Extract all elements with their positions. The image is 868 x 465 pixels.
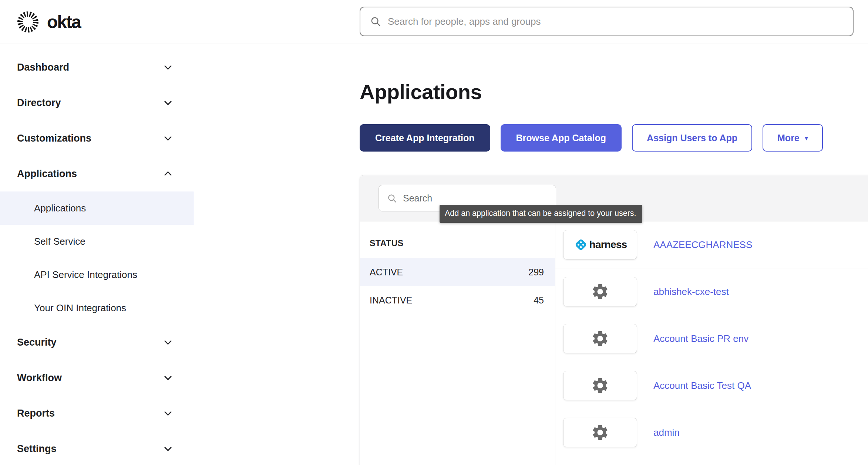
more-button-label: More xyxy=(777,133,800,143)
app-row: harness AAAZEECGHARNESS xyxy=(555,221,868,268)
search-icon xyxy=(387,193,397,203)
app-icon-box xyxy=(563,324,637,353)
status-label: ACTIVE xyxy=(370,267,403,278)
sidebar-item-label: Reports xyxy=(17,408,55,419)
app-row: abhishek-cxe-test xyxy=(555,268,868,315)
top-header: okta xyxy=(0,0,868,44)
panel-body: STATUS ACTIVE 299 INACTIVE 45 xyxy=(360,221,868,465)
sidebar-subitem-label: Your OIN Integrations xyxy=(34,302,126,314)
sidebar-item-security[interactable]: Security xyxy=(0,325,194,360)
status-filter: STATUS ACTIVE 299 INACTIVE 45 xyxy=(360,221,555,465)
applications-panel: STATUS ACTIVE 299 INACTIVE 45 xyxy=(360,175,868,465)
action-buttons: Create App Integration Browse App Catalo… xyxy=(360,124,868,152)
app-icon-box xyxy=(563,418,637,447)
app-icon-box xyxy=(563,277,637,306)
app-row: Account Basic PR env xyxy=(555,315,868,362)
harness-logo: harness xyxy=(573,237,627,252)
sidebar-subitem-your-oin-integrations[interactable]: Your OIN Integrations xyxy=(0,291,194,325)
chevron-down-icon xyxy=(163,133,173,143)
app-link[interactable]: admin xyxy=(653,427,680,438)
apps-list: harness AAAZEECGHARNESS abhish xyxy=(555,221,868,465)
status-label: INACTIVE xyxy=(370,295,412,306)
sidebar-subitem-label: API Service Integrations xyxy=(34,269,137,281)
assign-users-to-app-button[interactable]: Assign Users to App xyxy=(632,124,752,152)
app-link[interactable]: AAAZEECGHARNESS xyxy=(653,239,752,251)
chevron-up-icon xyxy=(163,169,173,179)
status-row-inactive[interactable]: INACTIVE 45 xyxy=(360,286,555,314)
sidebar-item-label: Applications xyxy=(17,168,77,180)
sidebar-item-directory[interactable]: Directory xyxy=(0,85,194,121)
status-count: 45 xyxy=(534,295,544,306)
gear-icon xyxy=(591,329,609,348)
sidebar-item-settings[interactable]: Settings xyxy=(0,431,194,465)
gear-icon xyxy=(591,423,609,442)
sidebar-subitem-api-service-integrations[interactable]: API Service Integrations xyxy=(0,258,194,291)
sidebar-item-label: Dashboard xyxy=(17,62,69,73)
chevron-down-icon xyxy=(163,373,173,383)
sidebar-subitem-label: Self Service xyxy=(34,236,85,247)
status-filter-header: STATUS xyxy=(370,238,555,248)
gear-icon xyxy=(591,282,609,301)
layout: Dashboard Directory Customizations Appli… xyxy=(0,44,868,465)
app-row: Account Basic Test QA xyxy=(555,362,868,409)
status-count: 299 xyxy=(528,267,544,278)
sidebar-item-workflow[interactable]: Workflow xyxy=(0,360,194,396)
app-link[interactable]: Account Basic PR env xyxy=(653,333,748,344)
okta-brand[interactable]: okta xyxy=(16,0,81,44)
gear-icon xyxy=(591,376,609,395)
harness-diamond-icon xyxy=(573,237,588,252)
chevron-down-icon xyxy=(163,408,173,418)
chevron-down-icon xyxy=(163,98,173,108)
caret-down-icon: ▾ xyxy=(805,134,808,142)
app-row-partial xyxy=(555,456,868,465)
sidebar-subitem-applications[interactable]: Applications xyxy=(0,191,194,225)
sidebar: Dashboard Directory Customizations Appli… xyxy=(0,44,194,465)
sidebar-item-applications[interactable]: Applications xyxy=(0,156,194,191)
sidebar-item-customizations[interactable]: Customizations xyxy=(0,121,194,156)
more-button[interactable]: More ▾ xyxy=(763,124,823,152)
app-link[interactable]: Account Basic Test QA xyxy=(653,380,751,391)
main-content: Applications Create App Integration Brow… xyxy=(194,44,868,465)
status-row-active[interactable]: ACTIVE 299 xyxy=(360,258,555,286)
app-row: admin xyxy=(555,409,868,456)
okta-admin-screen: okta Dashboard Directory Customizations xyxy=(0,0,868,465)
app-icon-box xyxy=(563,371,637,400)
okta-logo-icon xyxy=(16,10,40,34)
sidebar-subitem-label: Applications xyxy=(34,203,86,214)
global-search[interactable] xyxy=(360,7,854,36)
chevron-down-icon xyxy=(163,62,173,72)
tooltip: Add an application that can be assigned … xyxy=(440,205,642,223)
sidebar-item-label: Customizations xyxy=(17,133,91,144)
chevron-down-icon xyxy=(163,444,173,454)
sidebar-item-label: Settings xyxy=(17,443,57,455)
app-icon-box: harness xyxy=(563,230,637,259)
sidebar-item-label: Security xyxy=(17,337,57,348)
create-app-integration-button[interactable]: Create App Integration xyxy=(360,124,490,152)
search-icon xyxy=(370,16,381,27)
global-search-input[interactable] xyxy=(388,16,843,27)
brand-wordmark: okta xyxy=(47,12,81,32)
sidebar-item-label: Workflow xyxy=(17,372,62,384)
sidebar-item-dashboard[interactable]: Dashboard xyxy=(0,50,194,85)
harness-wordmark: harness xyxy=(589,239,627,251)
app-link[interactable]: abhishek-cxe-test xyxy=(653,286,729,298)
sidebar-subitem-self-service[interactable]: Self Service xyxy=(0,225,194,258)
sidebar-item-label: Directory xyxy=(17,97,61,109)
browse-app-catalog-button[interactable]: Browse App Catalog xyxy=(501,124,622,152)
app-search-input[interactable] xyxy=(403,193,548,204)
page-title: Applications xyxy=(360,80,868,104)
sidebar-item-reports[interactable]: Reports xyxy=(0,396,194,431)
chevron-down-icon xyxy=(163,337,173,347)
